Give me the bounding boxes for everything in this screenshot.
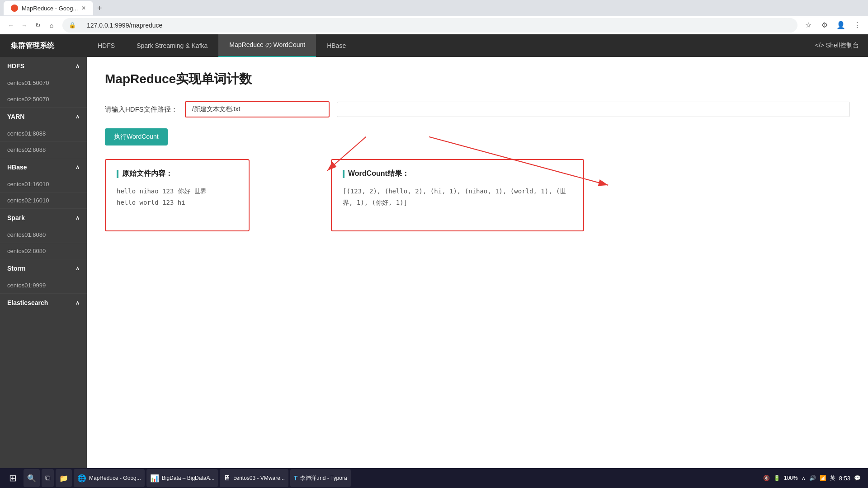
hdfs-path-label: 请输入HDFS文件路径： [105, 105, 178, 114]
results-row: 原始文件内容： hello nihao 123 你好 世界 hello worl… [105, 159, 850, 231]
nav-tab-spark-kafka[interactable]: Spark Streaming & Kafka [126, 34, 218, 57]
wordcount-result-box: WordCount结果： [(123, 2), (hello, 2), (hi,… [331, 159, 584, 231]
shell-control-button[interactable]: </> Shell控制台 [806, 42, 868, 50]
result-box-title: WordCount结果： [343, 169, 572, 178]
tab-title: MapReduce - Goog... [22, 5, 78, 12]
hdfs-path-input-extended[interactable] [337, 102, 850, 117]
forward-button[interactable]: → [19, 20, 30, 31]
tab-bar: MapReduce - Goog... ✕ + [0, 0, 868, 16]
sidebar-item-centos01-8080[interactable]: centos01:8080 [0, 227, 87, 243]
taskbar-app-bigdata-label: BigData – BigDataA... [162, 475, 215, 481]
page-title: MapReduce实现单词计数 [105, 70, 850, 88]
chevron-up-icon-spark: ∧ [75, 215, 80, 221]
sidebar-section-spark[interactable]: Spark ∧ [0, 209, 87, 227]
system-time: 8:53 [839, 475, 850, 482]
hdfs-path-input[interactable] [185, 101, 330, 117]
content-area: MapReduce实现单词计数 请输入HDFS文件路径： 执行WordCount [87, 57, 868, 488]
taskbar: ⊞ 🔍 ⧉ 📁 🌐 MapReduce - Goog... 📊 BigData … [0, 468, 868, 488]
vmware-icon: 🖥 [223, 474, 231, 482]
taskbar-app-vmware[interactable]: 🖥 centos03 - VMware... [220, 469, 288, 487]
lock-icon: 🔒 [69, 22, 76, 28]
sidebar-section-yarn[interactable]: YARN ∧ [0, 108, 87, 126]
wifi-icon: 📶 [820, 475, 826, 481]
file-explorer-button[interactable]: 📁 [56, 469, 72, 487]
windows-icon: ⊞ [9, 473, 17, 483]
start-button[interactable]: ⊞ [4, 469, 22, 487]
file-explorer-icon: 📁 [59, 474, 68, 483]
extensions-icon[interactable]: ⚙ [819, 20, 830, 31]
up-arrow-icon: ∧ [802, 475, 806, 481]
task-view-icon: ⧉ [45, 474, 50, 482]
sidebar-item-centos01-16010[interactable]: centos01:16010 [0, 176, 87, 192]
menu-icon[interactable]: ⋮ [852, 20, 863, 31]
reload-button[interactable]: ↻ [33, 20, 43, 31]
original-box-content: hello nihao 123 你好 世界 hello world 123 hi [117, 186, 238, 208]
bookmark-icon[interactable]: ☆ [803, 20, 814, 31]
chevron-up-icon-storm: ∧ [75, 265, 80, 272]
battery-icon: 🔋 [774, 475, 780, 481]
top-navigation: 集群管理系统 HDFS Spark Streaming & Kafka MapR… [0, 34, 868, 57]
sidebar-section-storm[interactable]: Storm ∧ [0, 259, 87, 277]
account-icon[interactable]: 👤 [835, 20, 846, 31]
active-tab[interactable]: MapReduce - Goog... ✕ [4, 1, 93, 15]
bigdata-icon: 📊 [150, 474, 159, 483]
brand-logo: 集群管理系统 [0, 34, 87, 57]
chevron-up-icon-es: ∧ [75, 300, 80, 306]
nav-tab-hdfs[interactable]: HDFS [87, 34, 126, 57]
title-bar-decoration [117, 170, 118, 178]
result-box-content: [(123, 2), (hello, 2), (hi, 1), (nihao, … [343, 186, 572, 208]
nav-tabs: HDFS Spark Streaming & Kafka MapReduce の… [87, 34, 806, 57]
sidebar-section-hbase[interactable]: HBase ∧ [0, 158, 87, 176]
chevron-up-icon-hbase: ∧ [75, 164, 80, 170]
home-button[interactable]: ⌂ [46, 20, 57, 31]
sidebar-item-centos02-8080[interactable]: centos02:8080 [0, 243, 87, 259]
taskbar-app-typora-label: 李沛洋.md - Typora [300, 474, 347, 482]
tab-favicon [11, 5, 18, 12]
nav-buttons: ← → ↻ ⌂ [5, 20, 57, 31]
chevron-up-icon: ∧ [75, 63, 80, 69]
hdfs-input-row: 请输入HDFS文件路径： [105, 101, 850, 117]
sidebar-item-centos02-16010[interactable]: centos02:16010 [0, 192, 87, 209]
nav-tab-mapreduce[interactable]: MapReduce の WordCount [218, 34, 316, 57]
chrome-icon: 🌐 [77, 474, 86, 483]
language-indicator: 英 [830, 474, 835, 482]
chevron-up-icon-yarn: ∧ [75, 113, 80, 120]
battery-label: 100% [784, 475, 798, 481]
run-wordcount-button[interactable]: 执行WordCount [105, 128, 168, 145]
speaker-icon: 🔊 [809, 475, 816, 481]
taskbar-app-vmware-label: centos03 - VMware... [233, 475, 284, 481]
app-container: 集群管理系统 HDFS Spark Streaming & Kafka MapR… [0, 34, 868, 488]
new-tab-button[interactable]: + [93, 2, 106, 14]
sidebar-item-centos02-50070[interactable]: centos02:50070 [0, 91, 87, 108]
search-taskbar-button[interactable]: 🔍 [24, 469, 40, 487]
sidebar-section-hdfs[interactable]: HDFS ∧ [0, 57, 87, 75]
taskbar-app-bigdata[interactable]: 📊 BigData – BigDataA... [146, 469, 218, 487]
task-view-button[interactable]: ⧉ [42, 469, 54, 487]
sidebar-item-centos01-8088[interactable]: centos01:8088 [0, 126, 87, 142]
browser-toolbar-icons: ☆ ⚙ 👤 ⋮ [803, 20, 863, 31]
notification-icon[interactable]: 💬 [854, 475, 861, 481]
sidebar-item-centos01-9999[interactable]: centos01:9999 [0, 277, 87, 294]
main-area: HDFS ∧ centos01:50070 centos02:50070 YAR… [0, 57, 868, 488]
sidebar-item-centos01-50070[interactable]: centos01:50070 [0, 75, 87, 91]
sidebar-section-elasticsearch[interactable]: Elasticsearch ∧ [0, 294, 87, 312]
url-input[interactable] [80, 18, 791, 33]
title-bar-decoration-right [343, 170, 344, 178]
original-box-title: 原始文件内容： [117, 169, 238, 178]
search-taskbar-icon: 🔍 [27, 474, 36, 483]
back-button[interactable]: ← [5, 20, 16, 31]
tab-close-button[interactable]: ✕ [81, 5, 86, 11]
sidebar-item-centos02-8088[interactable]: centos02:8088 [0, 142, 87, 158]
browser-chrome: MapReduce - Goog... ✕ + ← → ↻ ⌂ 🔒 ☆ ⚙ 👤 … [0, 0, 868, 34]
original-content-box: 原始文件内容： hello nihao 123 你好 世界 hello worl… [105, 159, 250, 231]
nav-tab-hbase[interactable]: HBase [316, 34, 357, 57]
typora-icon: T [294, 474, 298, 482]
taskbar-app-typora[interactable]: T 李沛洋.md - Typora [290, 469, 351, 487]
network-icon: 🔇 [763, 475, 770, 481]
sidebar: HDFS ∧ centos01:50070 centos02:50070 YAR… [0, 57, 87, 488]
taskbar-app-mapreduce[interactable]: 🌐 MapReduce - Goog... [74, 469, 145, 487]
taskbar-app-mapreduce-label: MapReduce - Goog... [89, 475, 141, 481]
address-bar: ← → ↻ ⌂ 🔒 ☆ ⚙ 👤 ⋮ [0, 16, 868, 34]
taskbar-right-area: 🔇 🔋 100% ∧ 🔊 📶 英 8:53 💬 [760, 474, 864, 482]
